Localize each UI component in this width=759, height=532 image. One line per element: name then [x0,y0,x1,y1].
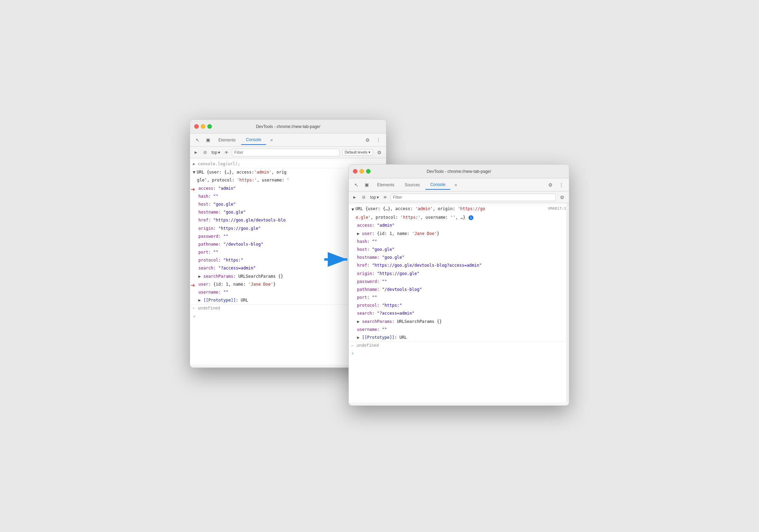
prop-hostname-right: hostname: "goo.gle" [349,254,569,262]
minimize-button-right[interactable] [359,169,364,174]
tabs-bar-right: ↖ ▣ Elements Sources Console » ⚙ ⋮ [349,178,569,191]
gear-icon-console-left[interactable]: ⚙ [374,148,384,157]
tab-sources-right[interactable]: Sources [400,180,425,189]
top-dropdown-left[interactable]: top ▾ [210,149,221,156]
more-tabs-icon-right[interactable]: » [451,180,461,190]
console-content-right: ▼ URL {user: {…}, access: 'admin', origi… [349,203,569,403]
more-options-icon-right[interactable]: ⋮ [556,180,566,190]
console-toolbar-right: ▶ ⊘ top ▾ 👁 ⚙ [349,191,569,203]
eye-icon-right[interactable]: 👁 [382,194,389,201]
tab-console-right[interactable]: Console [425,180,450,190]
window-title-left: DevTools - chrome://new-tab-page/ [256,124,321,129]
filter-input-right[interactable] [391,194,556,201]
top-label-left: top [211,150,217,155]
prop-password-right: password: "" [349,278,569,286]
prop-prototype-right: ▶ [[Prototype]]: URL [349,334,569,342]
prop-pathname-right: pathname: "/devtools-blog" [349,286,569,294]
prop-user-right: ▶ user: {id: 1, name: 'Jane Doe'} [349,230,569,238]
prop-protocol-right: protocol: "https:" [349,302,569,309]
url-object-line-right[interactable]: ▼ URL {user: {…}, access: 'admin', origi… [349,205,569,214]
play-icon[interactable]: ▶ [192,149,200,156]
play-icon-right[interactable]: ▶ [351,194,358,201]
maximize-button-left[interactable] [207,124,212,129]
close-button-right[interactable] [353,169,357,174]
window-title-right: DevTools - chrome://new-tab-page/ [427,169,491,174]
prop-access-right: access: "admin" [349,221,569,229]
gear-icon-right[interactable]: ⚙ [545,180,555,190]
minimize-button-left[interactable] [201,124,205,129]
prop-hash-right: hash: "" [349,238,569,246]
chevron-down-icon: ▾ [218,150,220,155]
tab-elements[interactable]: Elements [214,136,240,145]
prop-port-right: port: "" [349,294,569,302]
top-dropdown-right[interactable]: top ▾ [369,194,380,200]
filter-input-left[interactable] [232,149,339,156]
undefined-line-right: ← undefined [349,342,569,350]
prop-username-right: username: "" [349,326,569,334]
title-bar-left: DevTools - chrome://new-tab-page/ [190,120,386,134]
gear-icon-console-right[interactable]: ⚙ [557,193,567,202]
url-line2-right: o.gle', protocol: 'https:', username: ''… [349,214,569,221]
prop-searchparams-right: ▶ searchParams: URLSearchParams {} [349,318,569,326]
ban-icon[interactable]: ⊘ [201,149,209,156]
vm-ref: VM4817:1 [548,206,566,212]
tab-console[interactable]: Console [241,135,266,145]
more-options-icon-left[interactable]: ⋮ [374,135,383,145]
prompt-line-right[interactable]: › [349,350,569,358]
maximize-button-right[interactable] [366,169,371,174]
eye-icon-left[interactable]: 👁 [223,149,230,156]
default-levels-button[interactable]: Default levels ▾ [342,149,373,156]
cursor-icon-right[interactable]: ↖ [352,180,361,190]
tabs-bar-left: ↖ ▣ Elements Console » ⚙ ⋮ [190,134,386,147]
tab-elements-right[interactable]: Elements [372,180,399,189]
gear-icon-left[interactable]: ⚙ [363,135,372,145]
close-button-left[interactable] [194,124,199,129]
scrollbar-right[interactable] [566,203,569,403]
devtools-window-right: DevTools - chrome://new-tab-page/ ↖ ▣ El… [348,164,569,406]
cursor-icon[interactable]: ↖ [193,135,203,145]
prop-search-right: search: "?access=admin" [349,309,569,317]
layers-icon[interactable]: ▣ [203,135,213,145]
more-tabs-icon[interactable]: » [267,135,276,145]
traffic-lights-right [353,169,371,174]
prop-href-right: href: "https://goo.gle/devtools-blog?acc… [349,262,569,269]
blue-arrow [324,251,352,269]
console-toolbar-left: ▶ ⊘ top ▾ 👁 Default levels ▾ ⚙ [190,147,386,158]
top-label-right: top [370,195,376,200]
prop-origin-right: origin: "https://goo.gle" [349,270,569,278]
title-bar-right: DevTools - chrome://new-tab-page/ [349,165,569,178]
ban-icon-right[interactable]: ⊘ [360,194,367,201]
chevron-down-icon-right: ▾ [377,195,379,200]
traffic-lights-left [194,124,212,129]
prop-host-right: host: "goo.gle" [349,246,569,254]
layers-icon-right[interactable]: ▣ [362,180,372,190]
info-badge[interactable]: i [469,215,473,220]
